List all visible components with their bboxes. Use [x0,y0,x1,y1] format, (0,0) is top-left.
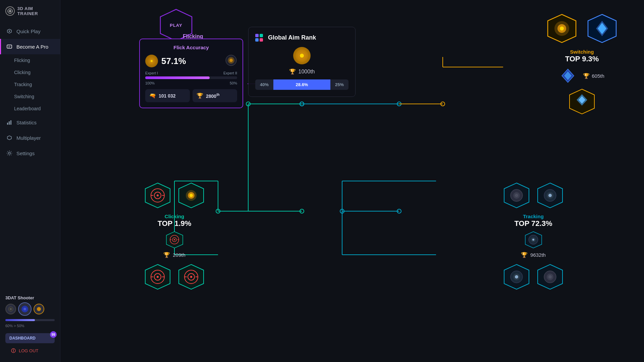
tracking-hex-3[interactable] [503,263,530,292]
sidebar-item-leaderboard[interactable]: Leaderboard [0,103,60,115]
global-rank-title-row: Global Aim Rank [255,34,348,42]
sidebar-item-switching[interactable]: Switching [0,90,60,103]
progress-right-pct: 50% [230,81,237,85]
svg-point-16 [37,307,41,311]
global-rank-title: Global Aim Rank [268,34,316,41]
svg-point-61 [560,26,564,31]
clicking-section: Clicking TOP 1.9% 🏆 209th [144,182,205,292]
logout-button[interactable]: LOG OUT [5,345,55,357]
svg-point-101 [515,194,518,197]
clicking-hex-2[interactable] [178,182,205,210]
stat-rank-value: 2800th [206,93,220,99]
color-dots [255,34,265,42]
flick-card-title: Flick Accuracy [145,45,237,50]
svg-point-83 [174,239,175,240]
rank-badge-expert [145,55,158,67]
tracking-label-area: Tracking TOP 72.3% [503,214,564,228]
tracking-hex-1[interactable] [503,182,530,210]
tracking-category-label: Tracking [503,214,564,219]
svg-point-23 [300,102,304,106]
avatar-main [18,302,32,316]
svg-point-40 [397,209,401,213]
switching-top-row [547,13,617,45]
avatar-gold [34,304,44,314]
statistics-label: Statistics [16,120,37,125]
clicking-category-label: Clicking [144,214,205,219]
progress-pct-labels: 100% 50% [145,81,237,85]
svg-point-11 [8,152,10,154]
tracking-aim-icon [524,231,543,249]
tracking-hex-4[interactable] [537,263,564,292]
sidebar-item-clicking[interactable]: Clicking [0,66,60,78]
flick-accuracy-row: 57.1% [145,54,237,68]
crosshair-icon [6,28,12,34]
user-avatars [5,302,55,316]
cdot-pink [260,38,263,42]
tracking-section: Tracking TOP 72.3% 🏆 9632th [503,182,564,292]
multiplayer-icon [6,135,12,141]
pro-icon [6,44,12,50]
clicking-trophy-icon: 🏆 [163,252,170,258]
tracking-hex-2[interactable] [537,182,564,210]
sidebar-bottom: 3DAT Shooter 60% > 50% DASHBOARD 9 [0,290,60,362]
switching-rank-text: TOP 9.3% [565,55,599,63]
switching-gold-hex[interactable] [547,13,577,45]
tracking-rank-text: TOP 72.3% [503,219,564,228]
clicking-hex-row-top [144,182,205,210]
svg-point-33 [216,209,220,213]
svg-point-39 [340,209,344,213]
clicking-hex-3[interactable] [144,263,171,292]
sub-items: Flicking Clicking Tracking Switching Lea… [0,54,60,115]
clicking-hex-4[interactable] [178,263,205,292]
logo-icon [5,6,15,16]
sidebar-item-becomeapro[interactable]: Become A Pro [0,39,60,54]
main-content: PLAY Flicking Flick Accuracy 57.1% Exper… [60,0,644,362]
sidebar-item-flicking[interactable]: Flicking [0,54,60,66]
sidebar-item-multiplayer[interactable]: Multiplayer [0,130,60,145]
svg-point-89 [157,276,159,278]
svg-point-1 [9,10,11,12]
sidebar-item-tracking[interactable]: Tracking [0,78,60,90]
progress-left-pct: 100% [145,81,155,85]
sidebar-item-statistics[interactable]: Statistics [0,115,60,130]
switching-section: Switching TOP 9.3% 🏆 605th [547,13,617,116]
gun-icon: 🔫 [149,93,156,99]
sidebar-item-settings[interactable]: Settings [0,145,60,161]
app-title: 3D AIM TRAINER [17,6,55,16]
leaderboard-label: Leaderboard [14,106,41,111]
tracking-label: Tracking [14,82,32,87]
bar-mid: 28.6% [273,79,330,90]
sidebar-item-quickplay[interactable]: Quick Play [0,23,60,39]
svg-point-113 [515,275,518,279]
switching-bottom-hex[interactable] [569,88,595,116]
svg-point-95 [190,276,192,278]
svg-point-27 [397,102,401,106]
svg-point-35 [300,209,304,213]
clicking-small-hex [144,231,205,249]
global-rank-trophy-row: 🏆 1000th [255,68,348,75]
switching-label-area: Switching TOP 9.3% [565,49,599,63]
progress-labels: Expert I Expert II [145,71,237,75]
tracking-small-hex [503,231,564,249]
svg-rect-8 [7,123,8,125]
flicking-label: Flicking [14,58,30,63]
svg-point-51 [151,60,153,62]
dashboard-button[interactable]: DASHBOARD 99 [5,333,55,343]
switching-diamond-icon [559,67,576,84]
svg-point-73 [157,194,159,196]
avatar-small [5,304,16,314]
notification-badge: 99 [50,331,57,338]
user-card: 3DAT Shooter 60% > 50% DASHBOARD 9 [5,295,55,343]
tracking-trophy-rank: 9632th [530,252,546,258]
flick-stats-row: 🔫 101 032 🏆 2800th [145,89,237,102]
stat-box-shots: 🔫 101 032 [145,89,190,102]
clicking-crosshair-icon [165,231,184,249]
svg-point-29 [441,102,445,106]
rank-badge-right [225,54,237,68]
tracking-hex-row-bottom [503,263,564,292]
clicking-hex-1[interactable] [144,182,171,210]
switching-blue-hex[interactable] [587,13,617,45]
xp-label: 60% > 50% [5,324,55,328]
switching-trophy-icon: 🏆 [583,73,590,79]
flick-accuracy-card: Flick Accuracy 57.1% Expert I Expert II … [139,39,243,108]
